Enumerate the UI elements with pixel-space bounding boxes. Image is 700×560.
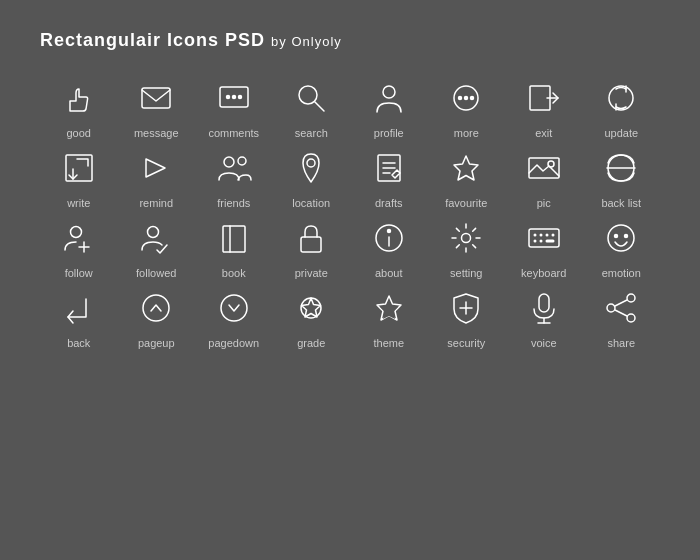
profile-icon-item[interactable]: profile xyxy=(350,75,428,139)
voice-label: voice xyxy=(531,337,557,349)
theme-icon-item[interactable]: theme xyxy=(350,285,428,349)
comments-icon-item[interactable]: comments xyxy=(195,75,273,139)
exit-icon xyxy=(521,75,567,121)
favourite-icon-item[interactable]: favourite xyxy=(428,145,506,209)
svg-line-70 xyxy=(615,310,627,316)
svg-rect-44 xyxy=(529,229,559,247)
svg-point-56 xyxy=(221,295,247,321)
update-icon-item[interactable]: update xyxy=(583,75,661,139)
back-list-label: back list xyxy=(601,197,641,209)
icons-grid: good message comments search xyxy=(40,75,660,349)
follow-icon-item[interactable]: follow xyxy=(40,215,118,279)
pagedown-label: pagedown xyxy=(208,337,259,349)
book-icon-item[interactable]: book xyxy=(195,215,273,279)
svg-point-3 xyxy=(232,96,235,99)
favourite-icon xyxy=(443,145,489,191)
remind-icon-item[interactable]: remind xyxy=(118,145,196,209)
location-icon-item[interactable]: location xyxy=(273,145,351,209)
svg-point-67 xyxy=(607,304,615,312)
keyboard-icon xyxy=(521,215,567,261)
location-icon xyxy=(288,145,334,191)
comments-icon xyxy=(211,75,257,121)
emotion-icon xyxy=(598,215,644,261)
icon-row-3: follow followed book private xyxy=(40,215,660,279)
theme-label: theme xyxy=(373,337,404,349)
write-label: write xyxy=(67,197,90,209)
svg-rect-39 xyxy=(301,237,321,252)
follow-label: follow xyxy=(65,267,93,279)
remind-icon xyxy=(133,145,179,191)
message-icon xyxy=(133,75,179,121)
friends-icon-item[interactable]: friends xyxy=(195,145,273,209)
follow-icon xyxy=(56,215,102,261)
pagedown-icon-item[interactable]: pagedown xyxy=(195,285,273,349)
icon-row-1: good message comments search xyxy=(40,75,660,139)
grade-icon-item[interactable]: grade xyxy=(273,285,351,349)
private-icon-item[interactable]: private xyxy=(273,215,351,279)
pic-label: pic xyxy=(537,197,551,209)
svg-point-5 xyxy=(299,86,317,104)
back-list-icon xyxy=(598,145,644,191)
about-icon-item[interactable]: about xyxy=(350,215,428,279)
grade-label: grade xyxy=(297,337,325,349)
pageup-icon xyxy=(133,285,179,331)
good-label: good xyxy=(67,127,91,139)
pageup-icon-item[interactable]: pageup xyxy=(118,285,196,349)
exit-label: exit xyxy=(535,127,552,139)
keyboard-icon-item[interactable]: keyboard xyxy=(505,215,583,279)
svg-point-21 xyxy=(238,157,246,165)
svg-rect-0 xyxy=(142,88,170,108)
pic-icon-item[interactable]: pic xyxy=(505,145,583,209)
followed-label: followed xyxy=(136,267,176,279)
title-bar: Rectangulair Icons PSD by Onlyoly xyxy=(40,30,660,51)
emotion-icon-item[interactable]: emotion xyxy=(583,215,661,279)
favourite-label: favourite xyxy=(445,197,487,209)
svg-point-14 xyxy=(609,86,633,110)
more-icon-item[interactable]: more xyxy=(428,75,506,139)
drafts-icon-item[interactable]: drafts xyxy=(350,145,428,209)
write-icon-item[interactable]: write xyxy=(40,145,118,209)
svg-rect-63 xyxy=(539,294,549,312)
svg-line-6 xyxy=(315,102,324,111)
profile-icon xyxy=(366,75,412,121)
svg-point-29 xyxy=(548,161,554,167)
share-icon-item[interactable]: share xyxy=(583,285,661,349)
good-icon-item[interactable]: good xyxy=(40,75,118,139)
voice-icon xyxy=(521,285,567,331)
security-icon-item[interactable]: security xyxy=(428,285,506,349)
security-label: security xyxy=(447,337,485,349)
profile-label: profile xyxy=(374,127,404,139)
back-icon-item[interactable]: back xyxy=(40,285,118,349)
followed-icon-item[interactable]: followed xyxy=(118,215,196,279)
svg-point-43 xyxy=(462,234,471,243)
search-label: search xyxy=(295,127,328,139)
back-icon xyxy=(56,285,102,331)
main-container: Rectangulair Icons PSD by Onlyoly good m… xyxy=(10,10,690,550)
svg-point-54 xyxy=(625,235,628,238)
svg-point-53 xyxy=(615,235,618,238)
pageup-label: pageup xyxy=(138,337,175,349)
share-label: share xyxy=(607,337,635,349)
message-icon-item[interactable]: message xyxy=(118,75,196,139)
share-icon xyxy=(598,285,644,331)
svg-point-66 xyxy=(627,294,635,302)
search-icon-item[interactable]: search xyxy=(273,75,351,139)
friends-label: friends xyxy=(217,197,250,209)
exit-icon-item[interactable]: exit xyxy=(505,75,583,139)
private-icon xyxy=(288,215,334,261)
svg-point-22 xyxy=(307,159,315,167)
svg-point-9 xyxy=(459,97,462,100)
voice-icon-item[interactable]: voice xyxy=(505,285,583,349)
emotion-label: emotion xyxy=(602,267,641,279)
pic-icon xyxy=(521,145,567,191)
svg-marker-27 xyxy=(454,156,478,180)
location-label: location xyxy=(292,197,330,209)
svg-point-68 xyxy=(627,314,635,322)
followed-icon xyxy=(133,215,179,261)
icon-row-2: write remind friends location xyxy=(40,145,660,209)
back-list-icon-item[interactable]: back list xyxy=(583,145,661,209)
update-icon xyxy=(598,75,644,121)
setting-icon-item[interactable]: setting xyxy=(428,215,506,279)
svg-point-55 xyxy=(143,295,169,321)
svg-point-36 xyxy=(148,227,159,238)
